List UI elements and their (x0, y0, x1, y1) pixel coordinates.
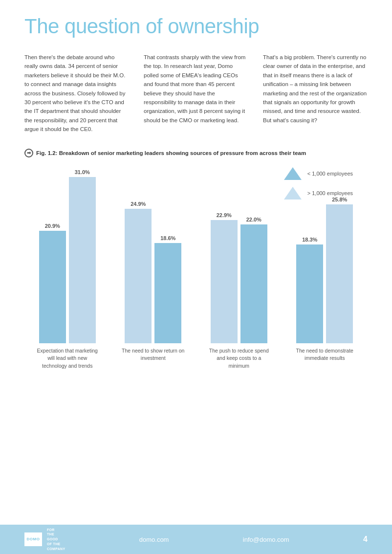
footer: DOMO FORTHEGOODOF THECOMPANY domo.com in… (0, 525, 392, 554)
footer-left: DOMO FORTHEGOODOF THECOMPANY (24, 528, 65, 552)
footer-website: domo.com (139, 536, 169, 543)
footer-email: info@domo.com (243, 536, 289, 543)
chart-outer: < 1,000 employees > 1,000 employees 20.9… (24, 167, 368, 343)
domo-logo: DOMO (24, 532, 42, 546)
bar-value-2-1: 22.0% (246, 217, 261, 222)
bar-3-0 (296, 244, 323, 343)
bars-row-0: 20.9%31.0% (39, 169, 96, 343)
text-col-1: Then there's the debate around who reall… (24, 53, 129, 134)
figure-caption: ➡ Fig. 1.2: Breakdown of senior marketin… (24, 149, 368, 157)
bar-container-1-0: 24.9% (125, 201, 152, 343)
footer-tagline: FORTHEGOODOF THECOMPANY (47, 528, 65, 552)
figure-section: ➡ Fig. 1.2: Breakdown of senior marketin… (24, 149, 368, 370)
bar-value-2-0: 22.9% (217, 212, 232, 218)
bar-0-0 (39, 231, 66, 343)
bar-1-0 (125, 209, 152, 343)
figure-arrow-icon: ➡ (24, 149, 33, 157)
bar-group-label-2: The push to reduce spend and keep costs … (207, 347, 271, 370)
bar-group-label-0: Expectation that marketing will lead wit… (36, 347, 99, 370)
bar-container-3-1: 25.8% (326, 197, 353, 343)
footer-page: 4 (363, 535, 368, 544)
bars-row-3: 18.3%25.8% (296, 197, 353, 343)
legend-label-small: < 1,000 employees (307, 171, 353, 177)
legend-triangle-small (284, 167, 302, 180)
bar-group-2: 22.9%22.0% (211, 167, 267, 343)
bar-value-1-1: 18.6% (160, 235, 175, 241)
bar-container-2-1: 22.0% (240, 217, 267, 343)
page-wrapper: The question of ownership Then there's t… (0, 0, 392, 554)
bar-value-0-0: 20.9% (45, 223, 60, 229)
bar-container-2-0: 22.9% (211, 212, 238, 343)
bar-value-1-0: 24.9% (131, 201, 146, 207)
bars-row-1: 24.9%18.6% (125, 201, 181, 343)
main-content: The question of ownership Then there's t… (0, 0, 392, 525)
bar-group-label-3: The need to demonstrate immediate result… (293, 347, 356, 370)
legend-row-2: > 1,000 employees (284, 187, 353, 199)
legend-box: < 1,000 employees > 1,000 employees (284, 167, 353, 199)
legend-label-large: > 1,000 employees (307, 190, 353, 196)
bar-value-3-0: 18.3% (302, 237, 317, 243)
bar-1-1 (154, 243, 181, 343)
text-columns: Then there's the debate around who reall… (24, 53, 368, 134)
text-col-3: That's a big problem. There's currently … (263, 53, 368, 134)
bar-container-1-1: 18.6% (154, 235, 181, 343)
bar-group-1: 24.9%18.6% (125, 167, 181, 343)
bar-labels-row: Expectation that marketing will lead wit… (24, 343, 368, 370)
legend-row-1: < 1,000 employees (284, 167, 353, 180)
page-title: The question of ownership (24, 15, 368, 38)
bar-2-1 (240, 224, 267, 343)
bar-container-0-0: 20.9% (39, 223, 66, 343)
bar-container-3-0: 18.3% (296, 237, 323, 343)
bar-3-1 (326, 204, 353, 343)
text-col-2: That contrasts sharply with the view fro… (144, 53, 248, 134)
bar-container-0-1: 31.0% (69, 169, 96, 343)
bar-2-0 (211, 220, 238, 343)
bar-group-0: 20.9%31.0% (39, 167, 96, 343)
bars-row-2: 22.9%22.0% (211, 212, 267, 343)
bar-0-1 (69, 177, 96, 343)
bar-group-label-1: The need to show return on investment (121, 347, 185, 370)
legend-triangle-large (284, 187, 302, 199)
bar-value-0-1: 31.0% (75, 169, 90, 175)
